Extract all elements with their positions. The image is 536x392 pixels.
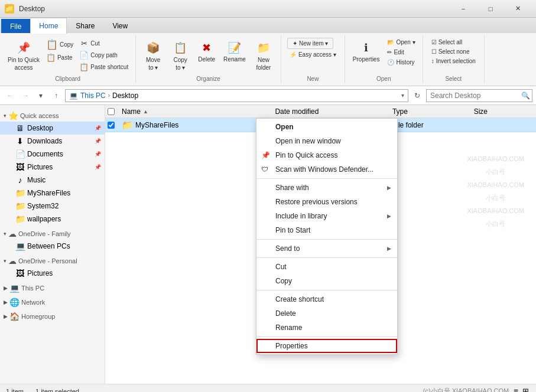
forward-button[interactable]: → (19, 89, 32, 102)
path-dropdown-arrow[interactable]: ▾ (401, 92, 404, 99)
select-all-checkbox[interactable] (108, 108, 115, 115)
copy-to-button[interactable]: 📋 Copyto ▾ (168, 38, 193, 73)
ctx-rename[interactable]: Rename (256, 321, 397, 335)
move-to-button[interactable]: 📦 Moveto ▾ (141, 38, 165, 73)
paste-shortcut-button[interactable]: 📋 Paste shortcut (77, 61, 131, 73)
header-name[interactable]: Name ▲ (117, 105, 270, 117)
row-checkbox[interactable] (105, 122, 117, 129)
sidebar: ▾ ⭐ Quick access 🖥 Desktop 📌 ⬇ Downloads… (0, 105, 105, 384)
paste-icon: 📋 (46, 53, 56, 62)
copy-icon: 📋 (46, 39, 58, 50)
sidebar-item-system32[interactable]: 📁 System32 (0, 200, 105, 213)
close-button[interactable]: ✕ (504, 0, 531, 18)
ctx-cut[interactable]: Cut (256, 260, 397, 274)
tab-file[interactable]: File (1, 19, 30, 33)
file-list-area: Name ▲ Date modified Type Size 📁 MyShare… (105, 105, 536, 384)
selectnone-icon: ☐ (431, 48, 437, 55)
properties-button[interactable]: ℹ Properties (350, 38, 383, 64)
invert-selection-button[interactable]: ↕ Invert selection (429, 57, 478, 66)
pasteshortcut-icon: 📋 (79, 63, 89, 71)
explorer-body: ▾ ⭐ Quick access 🖥 Desktop 📌 ⬇ Downloads… (0, 105, 536, 384)
path-desktop[interactable]: Desktop (112, 92, 138, 100)
ctx-share-with[interactable]: Share with (256, 181, 397, 195)
select-all-button[interactable]: ☑ Select all (429, 38, 465, 47)
edit-button[interactable]: ✏ Edit (385, 48, 417, 57)
header-size[interactable]: Size (469, 105, 536, 117)
address-path[interactable]: 💻 This PC › Desktop ▾ (65, 89, 408, 102)
paste-button[interactable]: 📋 Paste (44, 52, 76, 63)
ctx-delete[interactable]: Delete (256, 306, 397, 321)
quick-access-header[interactable]: ▾ ⭐ Quick access (0, 107, 105, 122)
ctx-send-to[interactable]: Send to (256, 241, 397, 256)
rename-button[interactable]: 📝 Rename (220, 38, 249, 64)
sidebar-item-desktop[interactable]: 🖥 Desktop 📌 (0, 122, 105, 135)
ctx-create-shortcut[interactable]: Create shortcut (256, 292, 397, 306)
header-checkbox[interactable] (105, 105, 117, 117)
maximize-button[interactable]: □ (477, 0, 504, 18)
homegroup-header[interactable]: ▶ 🏠 Homegroup (0, 308, 105, 322)
sidebar-item-wallpapers[interactable]: 📁 wallpapers (0, 213, 105, 226)
select-none-button[interactable]: ☐ Select none (429, 47, 472, 56)
sidebar-item-pictures[interactable]: 🖼 Pictures 📌 (0, 161, 105, 174)
ctx-pin-to-start[interactable]: Pin to Start (256, 223, 397, 237)
ctx-open-new-window[interactable]: Open in new window (256, 134, 397, 148)
this-pc-icon: 💻 (9, 283, 20, 293)
search-input[interactable] (430, 92, 519, 100)
new-item-button[interactable]: ✦ New item ▾ (287, 38, 333, 49)
ctx-open[interactable]: Open (256, 120, 397, 134)
sidebar-item-downloads[interactable]: ⬇ Downloads 📌 (0, 135, 105, 148)
header-date[interactable]: Date modified (270, 105, 388, 117)
copy-path-button[interactable]: 📄 Copy path (77, 50, 131, 61)
ctx-divider-3 (256, 257, 397, 258)
clipboard-label: Clipboard (55, 74, 80, 83)
open-button[interactable]: 📂 Open ▾ (385, 38, 417, 47)
row-select-checkbox[interactable] (108, 122, 115, 129)
ctx-divider-4 (256, 290, 397, 290)
delete-button[interactable]: ✖ Delete (195, 38, 218, 64)
easy-access-button[interactable]: ⚡ Easy access ▾ (287, 50, 339, 59)
ctx-copy[interactable]: Copy (256, 274, 397, 288)
list-view-button[interactable]: ≡ (512, 386, 519, 392)
ctx-properties[interactable]: Properties (256, 339, 397, 353)
cut-button[interactable]: ✂ Cut (77, 38, 131, 49)
sidebar-item-between-pcs[interactable]: 💻 Between PCs (0, 240, 105, 253)
up-button[interactable]: ↑ (50, 89, 63, 102)
sidebar-item-mysharefiles[interactable]: 📁 MyShareFiles (0, 187, 105, 200)
sidebar-item-documents[interactable]: 📄 Documents 📌 (0, 148, 105, 161)
this-pc-header[interactable]: ▶ 💻 This PC (0, 280, 105, 294)
pin-quick-access-button[interactable]: 📌 Pin to Quick access (5, 38, 43, 73)
search-box[interactable]: 🔍 (426, 89, 532, 102)
minimize-button[interactable]: − (450, 0, 477, 18)
sidebar-item-od-pictures[interactable]: 🖼 Pictures (0, 267, 105, 280)
system32-icon: 📁 (15, 201, 25, 211)
refresh-button[interactable]: ↻ (411, 89, 424, 102)
back-button[interactable]: ← (4, 89, 17, 102)
search-icon[interactable]: 🔍 (521, 92, 530, 100)
ctx-pin-quick-access[interactable]: 📌 Pin to Quick access (256, 148, 397, 162)
row-name[interactable]: 📁 MyShareFiles (117, 120, 270, 130)
network-chevron: ▶ (4, 299, 8, 305)
history-button[interactable]: 🕐 History (385, 58, 417, 67)
ctx-scan-defender[interactable]: 🛡 Scan with Windows Defender... (256, 162, 397, 177)
copy-button[interactable]: 📋 Copy (44, 38, 76, 51)
new-label: New (307, 74, 319, 83)
recent-button[interactable]: ▾ (34, 89, 47, 102)
tab-share[interactable]: Share (67, 18, 103, 33)
network-header[interactable]: ▶ 🌐 Network (0, 294, 105, 308)
onedrive-family-header[interactable]: ▾ ☁ OneDrive - Family (0, 226, 105, 240)
ctx-restore-previous[interactable]: Restore previous versions (256, 195, 397, 209)
grid-view-button[interactable]: ⊞ (521, 386, 530, 392)
ribbon-group-organize: 📦 Moveto ▾ 📋 Copyto ▾ ✖ Delete 📝 Rename … (136, 35, 281, 83)
ribbon-group-select: ☑ Select all ☐ Select none ↕ Invert sele… (423, 35, 485, 83)
sidebar-item-music[interactable]: ♪ Music (0, 174, 105, 187)
onedrive-personal-header[interactable]: ▾ ☁ OneDrive - Personal (0, 253, 105, 267)
header-type[interactable]: Type (388, 105, 469, 117)
path-this-pc[interactable]: This PC (80, 92, 106, 100)
ctx-properties-label: Properties (275, 342, 308, 350)
od-pictures-icon: 🖼 (15, 269, 25, 278)
tab-home[interactable]: Home (30, 18, 67, 34)
ctx-include-library[interactable]: Include in library (256, 209, 397, 223)
new-folder-button[interactable]: 📁 Newfolder (251, 38, 276, 73)
tab-view[interactable]: View (103, 18, 137, 33)
ctx-scan-icon: 🛡 (261, 165, 268, 174)
